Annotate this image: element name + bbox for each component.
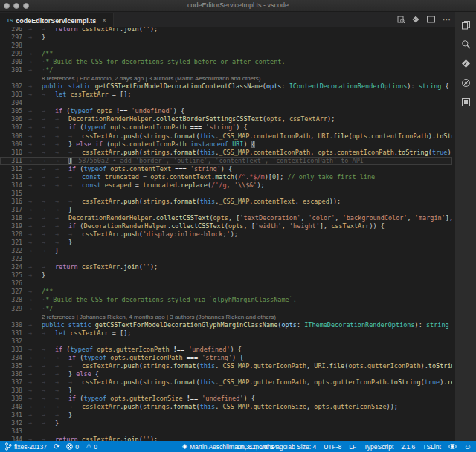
code-line-303[interactable]: 303→→let cssTextArr = []; <box>0 91 452 99</box>
code-line-322[interactable]: 322→→} <box>0 247 452 255</box>
statusbar-errors[interactable]: 0 <box>66 443 79 451</box>
code-line-317[interactable]: 317→→→} <box>0 206 452 214</box>
line-number[interactable]: 332 <box>0 338 22 346</box>
line-number[interactable]: 312 <box>0 165 22 173</box>
activity-bar-extensions[interactable] <box>455 92 476 112</box>
code-line-307[interactable]: 307→→→if (typeof opts.contentIconPath ==… <box>0 123 452 132</box>
line-number[interactable]: 316 <box>0 198 22 206</box>
code-line-308[interactable]: 308→→→→cssTextArr.push(strings.format(th… <box>0 132 452 141</box>
line-number[interactable]: 343 <box>0 427 22 436</box>
code-line-321[interactable]: 321→→→} <box>0 239 452 247</box>
code-line-324[interactable]: 324→→return cssTextArr.join(''); <box>0 263 452 271</box>
code-line-332[interactable]: 332 <box>0 338 452 346</box>
codelens-reference[interactable]: 8 references | Eric Amodio, 2 days ago |… <box>0 74 261 83</box>
code-line-329[interactable]: 329→·*/ <box>0 305 452 313</box>
line-number[interactable]: 317 <box>0 206 22 214</box>
code-line-340[interactable]: 340→→→→cssTextArr.push(strings.format(th… <box>0 403 452 411</box>
code-line-312[interactable]: 312→→→if (typeof opts.contentText === 's… <box>0 165 452 173</box>
line-number[interactable]: 318 <box>0 214 22 222</box>
line-number[interactable]: 333 <box>0 346 22 354</box>
more-actions-icon[interactable]: ⋯ <box>443 16 451 24</box>
line-number[interactable]: 303 <box>0 91 22 99</box>
code-line-314[interactable]: 314→→→→const escaped = truncated.replace… <box>0 181 452 190</box>
line-number[interactable]: 335 <box>0 362 22 370</box>
code-line-305[interactable]: 305→→if (typeof opts !== 'undefined') { <box>0 107 452 115</box>
minimize-window-button[interactable] <box>13 3 19 9</box>
statusbar-language-mode[interactable]: TypeScript <box>364 443 393 451</box>
statusbar-eol[interactable]: LF <box>349 443 356 451</box>
code-line-318[interactable]: 318→→→DecorationRenderHelper.collectCSST… <box>0 214 452 222</box>
line-number[interactable]: 323 <box>0 255 22 263</box>
line-number[interactable]: 340 <box>0 403 22 411</box>
code-line-327[interactable]: 327→/** <box>0 288 452 296</box>
line-number[interactable]: 311 <box>0 157 22 165</box>
code-line-331[interactable]: 331→→let cssTextArr = []; <box>0 329 452 338</box>
code-line-336[interactable]: 336→→→} else { <box>0 370 452 378</box>
code-line-320[interactable]: 320→→→→cssTextArr.push('display:inline-b… <box>0 230 452 239</box>
line-number[interactable]: 344 <box>0 436 22 441</box>
line-number[interactable]: 320 <box>0 230 22 239</box>
line-number[interactable]: 331 <box>0 329 22 338</box>
code-line-330[interactable]: 330→public static getCSSTextForModelDeco… <box>0 321 452 329</box>
editor-scrollbar[interactable] <box>454 27 454 441</box>
line-number[interactable]: 300 <box>0 58 22 66</box>
zoom-window-button[interactable] <box>23 3 29 9</box>
line-number[interactable]: 319 <box>0 222 22 230</box>
line-number[interactable]: 313 <box>0 173 22 181</box>
open-preview-icon[interactable] <box>397 16 405 23</box>
code-line-335[interactable]: 335→→→→cssTextArr.push(strings.format(th… <box>0 362 452 370</box>
line-number[interactable]: 336 <box>0 370 22 378</box>
code-line-337[interactable]: 337→→→→cssTextArr.push(strings.format(th… <box>0 378 452 387</box>
code-line-313[interactable]: 313→→→→const truncated = opts.contentTex… <box>0 173 452 181</box>
code-line-343[interactable]: 343 <box>0 427 452 436</box>
activity-bar-gitlens[interactable] <box>455 54 476 73</box>
code-line-297[interactable]: 297→} <box>0 33 452 42</box>
line-number[interactable]: 328 <box>0 296 22 304</box>
code-line-306[interactable]: 306→→→DecorationRenderHelper.collectBord… <box>0 115 452 123</box>
line-number[interactable]: 305 <box>0 107 22 115</box>
line-number[interactable]: 306 <box>0 115 22 123</box>
activity-bar-search[interactable] <box>455 34 476 54</box>
statusbar-warnings[interactable]: ⚠0 <box>86 443 97 451</box>
statusbar-sync[interactable]: ⟳ <box>54 443 60 451</box>
line-number[interactable]: 339 <box>0 395 22 403</box>
code-line-325[interactable]: 325→} <box>0 271 452 280</box>
code-line-316[interactable]: 316→→→→cssTextArr.push(strings.format(th… <box>0 198 452 206</box>
code-line-342[interactable]: 342→→} <box>0 419 452 427</box>
statusbar-encoding[interactable]: UTF-8 <box>324 443 341 451</box>
line-number[interactable]: 322 <box>0 247 22 255</box>
code-line-300[interactable]: 300→·* Build the CSS for decorations sty… <box>0 58 452 66</box>
line-number[interactable]: 310 <box>0 149 22 157</box>
line-number[interactable]: 326 <box>0 280 22 288</box>
code-line-344[interactable]: 344→→return cssTextArr.join(''); <box>0 436 452 441</box>
line-number[interactable]: 314 <box>0 181 22 190</box>
editor-pane[interactable]: 296→→return cssTextArr.join('');297→}298… <box>0 27 452 441</box>
code-line-311[interactable]: 311→→→}5875b0a2 • add 'border', 'outline… <box>0 157 452 165</box>
statusbar-feedback[interactable]: ☺ <box>464 443 472 451</box>
line-number[interactable]: 304 <box>0 99 22 107</box>
code-line-302[interactable]: 302→public static getCSSTextForModelDeco… <box>0 83 452 91</box>
line-number[interactable]: 296 <box>0 27 22 33</box>
code-line-298[interactable]: 298 <box>0 42 452 50</box>
code-line-304[interactable]: 304 <box>0 99 452 107</box>
statusbar-tab-size[interactable]: Tab Size: 4 <box>285 443 316 451</box>
code-line-296[interactable]: 296→→return cssTextArr.join(''); <box>0 27 452 33</box>
code-line-309[interactable]: 309→→→} else if (opts.contentIconPath in… <box>0 141 452 149</box>
code-line-315[interactable]: 315 <box>0 190 452 198</box>
close-tab-icon[interactable]: × <box>102 16 106 25</box>
split-editor-icon[interactable] <box>427 16 435 23</box>
statusbar-gitlens-toggle[interactable] <box>448 443 457 450</box>
code-line-326[interactable]: 326 <box>0 280 452 288</box>
line-number[interactable]: 338 <box>0 387 22 395</box>
line-number[interactable]: 337 <box>0 378 22 387</box>
line-number[interactable]: 321 <box>0 239 22 247</box>
line-number[interactable]: 329 <box>0 305 22 313</box>
line-number[interactable]: 299 <box>0 50 22 58</box>
line-number[interactable]: 327 <box>0 288 22 296</box>
line-number[interactable]: 334 <box>0 354 22 362</box>
line-number[interactable]: 302 <box>0 83 22 91</box>
line-number[interactable]: 308 <box>0 132 22 141</box>
statusbar-cursor-position[interactable]: Ln 311, Col 14 <box>237 443 277 451</box>
code-line-339[interactable]: 339→→→if (typeof opts.gutterIconSize !==… <box>0 395 452 403</box>
statusbar-tslint[interactable]: TSLint <box>422 443 441 451</box>
